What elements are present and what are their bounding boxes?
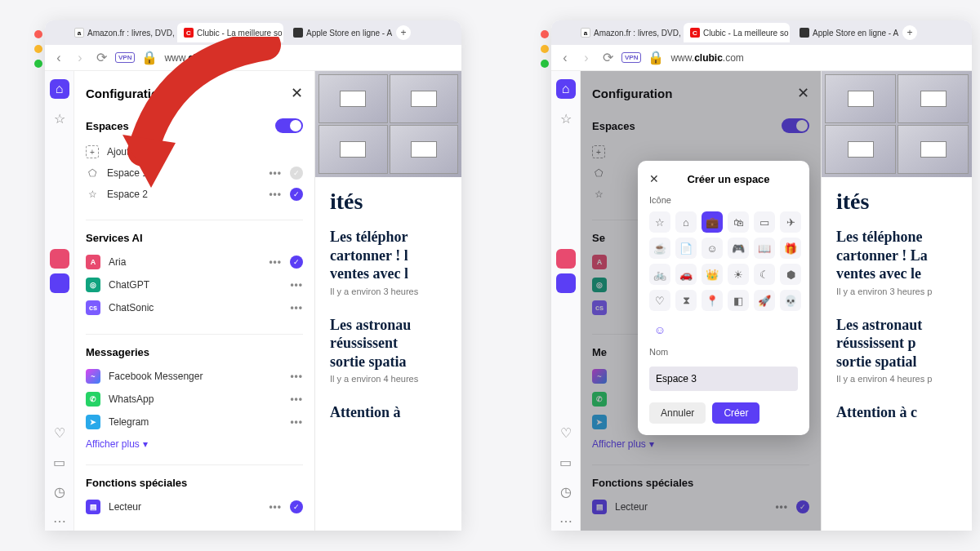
article-title[interactable]: Les astronau réussissent sortie spatia bbox=[315, 308, 461, 373]
msg-row[interactable]: ➤ Telegram ••• bbox=[86, 411, 303, 433]
window-maximize[interactable] bbox=[541, 60, 549, 68]
history-icon[interactable]: ◷ bbox=[50, 482, 69, 501]
ai-row[interactable]: A Aria ••• ✓ bbox=[86, 251, 303, 273]
more-dots[interactable]: ••• bbox=[290, 279, 303, 291]
star-icon[interactable]: ☆ bbox=[556, 109, 576, 128]
back-button[interactable]: ‹ bbox=[51, 51, 66, 65]
check-on-icon[interactable]: ✓ bbox=[290, 256, 303, 269]
window-minimize[interactable] bbox=[34, 45, 42, 53]
more-dots[interactable]: ••• bbox=[290, 416, 303, 428]
vpn-badge[interactable]: VPN bbox=[621, 52, 641, 63]
espace-row[interactable]: ☆ Espace 2 ••• ✓ bbox=[86, 184, 303, 205]
espace-row[interactable]: ⬠ Espace 1 ••• ✓ bbox=[86, 162, 303, 184]
espace-name-input[interactable] bbox=[649, 367, 798, 391]
article-title[interactable]: Les astronaut réussissent p sortie spati… bbox=[822, 308, 972, 373]
emoji-picker-button[interactable]: ☺ bbox=[649, 319, 670, 340]
ai-row[interactable]: ◎ ChatGPT ••• bbox=[86, 273, 303, 296]
icon-option[interactable]: 👑 bbox=[702, 264, 723, 285]
new-tab-button[interactable]: + bbox=[902, 25, 917, 40]
vpn-badge[interactable]: VPN bbox=[115, 52, 135, 63]
more-dots[interactable]: ••• bbox=[269, 501, 282, 513]
more-icon[interactable]: ⋯ bbox=[556, 511, 576, 531]
tab-amazon[interactable]: aAmazon.fr : livres, DVD, bbox=[68, 23, 174, 42]
icon-option[interactable]: 💼 bbox=[702, 211, 723, 233]
icon-option[interactable]: ⧗ bbox=[675, 290, 697, 311]
tab-apple[interactable]: Apple Store en ligne - A bbox=[287, 23, 393, 42]
more-dots[interactable]: ••• bbox=[290, 393, 303, 405]
more-icon[interactable]: ⋯ bbox=[50, 511, 69, 531]
more-dots[interactable]: ••• bbox=[269, 256, 282, 268]
forward-button[interactable]: › bbox=[73, 51, 87, 65]
close-icon[interactable]: ✕ bbox=[291, 84, 303, 102]
music-app-icon[interactable] bbox=[556, 273, 576, 293]
msg-row[interactable]: ~ Facebook Messenger ••• bbox=[86, 365, 303, 388]
special-row[interactable]: ▤ Lecteur ••• ✓ bbox=[86, 495, 303, 518]
icon-option[interactable]: ♡ bbox=[649, 290, 670, 311]
more-dots[interactable]: ••• bbox=[290, 371, 303, 382]
window-close[interactable] bbox=[34, 30, 42, 38]
icon-option[interactable]: 🚀 bbox=[754, 290, 775, 311]
icon-option[interactable]: 🚗 bbox=[675, 264, 697, 285]
star-icon[interactable]: ☆ bbox=[50, 109, 69, 128]
check-on-icon[interactable]: ✓ bbox=[290, 188, 303, 201]
icon-option[interactable]: ⌂ bbox=[675, 211, 697, 233]
icon-option[interactable]: 📖 bbox=[754, 238, 775, 259]
url-text[interactable]: www.cl bbox=[164, 52, 196, 64]
icon-option[interactable]: 🛍 bbox=[728, 211, 749, 233]
icon-option[interactable]: ☕ bbox=[649, 238, 670, 259]
icon-option[interactable]: ☺ bbox=[702, 238, 723, 259]
icon-option[interactable]: 💀 bbox=[780, 290, 801, 311]
icon-option[interactable]: ⬢ bbox=[780, 264, 801, 285]
window-minimize[interactable] bbox=[541, 45, 549, 53]
ai-row[interactable]: cs ChatSonic ••• bbox=[86, 296, 303, 319]
cancel-button[interactable]: Annuler bbox=[649, 402, 706, 424]
icon-option[interactable]: ☾ bbox=[754, 264, 775, 285]
more-dots[interactable]: ••• bbox=[269, 167, 282, 179]
icon-option[interactable]: ◧ bbox=[728, 290, 749, 311]
home-icon[interactable]: ⌂ bbox=[50, 79, 69, 99]
create-button[interactable]: Créer bbox=[712, 402, 760, 424]
article-title[interactable]: Attention à c bbox=[822, 395, 972, 424]
espaces-toggle[interactable] bbox=[275, 118, 303, 133]
icon-option[interactable]: 🎁 bbox=[780, 238, 801, 259]
tab-clubic[interactable]: CClubic - La meilleure so bbox=[684, 23, 790, 42]
show-more-link[interactable]: Afficher plus▾ bbox=[86, 438, 303, 450]
icon-option[interactable]: ☆ bbox=[649, 211, 670, 233]
check-off-icon[interactable]: ✓ bbox=[290, 167, 303, 180]
more-dots[interactable]: ••• bbox=[290, 302, 303, 313]
heart-icon[interactable]: ♡ bbox=[556, 423, 576, 442]
icon-option[interactable]: ☀ bbox=[728, 264, 749, 285]
article-title[interactable]: Les téléphor cartonner ! l ventes avec l bbox=[315, 220, 461, 285]
icon-option[interactable]: ✈ bbox=[780, 211, 801, 233]
tab-apple[interactable]: Apple Store en ligne - A bbox=[793, 23, 899, 42]
forward-button[interactable]: › bbox=[579, 51, 594, 65]
reload-button[interactable]: ⟳ bbox=[600, 51, 615, 65]
chat-icon[interactable]: ▭ bbox=[556, 452, 576, 472]
heart-icon[interactable]: ♡ bbox=[50, 423, 69, 442]
tab-amazon[interactable]: aAmazon.fr : livres, DVD, bbox=[574, 23, 680, 42]
icon-option[interactable]: ▭ bbox=[754, 211, 775, 233]
icon-option[interactable]: 📄 bbox=[675, 238, 697, 259]
tab-clubic[interactable]: CClubic - La meilleure so bbox=[177, 23, 283, 42]
icon-option[interactable]: 📍 bbox=[702, 290, 723, 311]
article-title[interactable]: Les téléphone cartonner ! La ventes avec… bbox=[822, 220, 972, 285]
window-maximize[interactable] bbox=[34, 60, 42, 68]
window-close[interactable] bbox=[541, 30, 549, 38]
history-icon[interactable]: ◷ bbox=[556, 482, 576, 501]
add-espace-row[interactable]: + Ajouter plus bbox=[86, 141, 303, 162]
icon-option[interactable]: 🚲 bbox=[649, 264, 670, 285]
modal-close-icon[interactable]: ✕ bbox=[649, 172, 659, 185]
home-icon[interactable]: ⌂ bbox=[556, 79, 576, 99]
check-on-icon[interactable]: ✓ bbox=[290, 500, 303, 513]
chat-icon[interactable]: ▭ bbox=[50, 452, 69, 472]
icon-option[interactable]: 🎮 bbox=[728, 238, 749, 259]
aria-app-icon[interactable] bbox=[50, 249, 69, 269]
more-dots[interactable]: ••• bbox=[269, 189, 282, 200]
new-tab-button[interactable]: + bbox=[396, 25, 411, 40]
back-button[interactable]: ‹ bbox=[558, 51, 572, 65]
reload-button[interactable]: ⟳ bbox=[94, 51, 109, 65]
article-title[interactable]: Attention à bbox=[315, 395, 461, 424]
msg-row[interactable]: ✆ WhatsApp ••• bbox=[86, 388, 303, 411]
url-text[interactable]: www.clubic.com bbox=[670, 52, 743, 64]
aria-app-icon[interactable] bbox=[556, 249, 576, 269]
